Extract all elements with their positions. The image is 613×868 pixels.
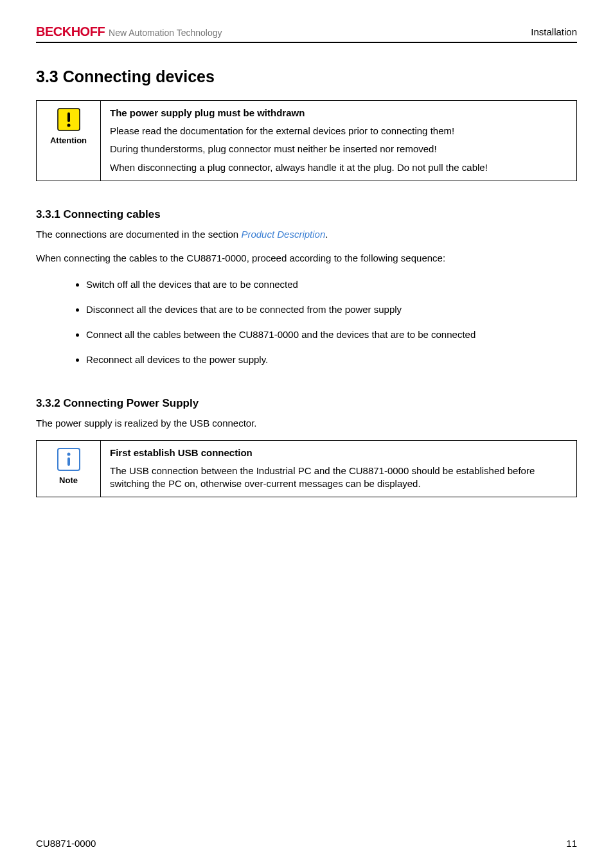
footer-page-number: 11 xyxy=(566,838,577,849)
brand-tagline: New Automation Technology xyxy=(109,28,222,38)
header-section-label: Installation xyxy=(531,26,577,37)
attention-p2: During thunderstorms, plug connector mus… xyxy=(110,143,567,155)
svg-point-4 xyxy=(67,452,70,456)
note-body: First establish USB connection The USB c… xyxy=(101,441,576,497)
list-item: Disconnect all the devices that are to b… xyxy=(86,303,577,316)
attention-p3: When disconnecting a plug connector, alw… xyxy=(110,161,567,174)
footer-left: CU8871-0000 xyxy=(36,838,96,849)
note-callout: Note First establish USB connection The … xyxy=(36,440,577,498)
note-label: Note xyxy=(59,475,78,485)
header-divider xyxy=(36,42,577,43)
svg-rect-1 xyxy=(67,112,70,122)
svg-rect-5 xyxy=(67,457,70,466)
note-head: First establish USB connection xyxy=(110,447,567,458)
sub1-intro-pre: The connections are documented in the se… xyxy=(36,229,241,240)
note-left: Note xyxy=(37,441,101,497)
footer: CU8871-0000 11 xyxy=(36,838,577,868)
sub1-intro: The connections are documented in the se… xyxy=(36,227,577,241)
page: BECKHOFF New Automation Technology Insta… xyxy=(0,0,613,868)
attention-p1: Please read the documentation for the ex… xyxy=(110,125,567,137)
sub1-bullets: Switch off all the devices that are to b… xyxy=(36,278,577,378)
attention-icon xyxy=(57,107,81,132)
info-icon xyxy=(57,447,81,472)
attention-head: The power supply plug must be withdrawn xyxy=(110,107,567,118)
attention-label: Attention xyxy=(50,136,87,145)
header: BECKHOFF New Automation Technology Insta… xyxy=(36,24,577,42)
attention-left: Attention xyxy=(37,101,101,181)
svg-point-2 xyxy=(67,124,70,127)
sub1-title: 3.3.1 Connecting cables xyxy=(36,208,577,221)
attention-body: The power supply plug must be withdrawn … xyxy=(101,101,576,181)
sub2-title: 3.3.2 Connecting Power Supply xyxy=(36,397,577,410)
brand-logo: BECKHOFF xyxy=(36,24,105,39)
section-title: 3.3 Connecting devices xyxy=(36,67,577,86)
list-item: Reconnect all devices to the power suppl… xyxy=(86,353,577,366)
sub1-intro-post: . xyxy=(325,229,328,240)
brand: BECKHOFF New Automation Technology xyxy=(36,24,222,39)
product-description-link[interactable]: Product Description xyxy=(241,229,325,240)
attention-callout: Attention The power supply plug must be … xyxy=(36,100,577,181)
sub2-intro: The power supply is realized by the USB … xyxy=(36,416,577,430)
list-item: Connect all the cables between the CU887… xyxy=(86,328,577,341)
note-p1: The USB connection between the Industria… xyxy=(110,465,567,491)
list-item: Switch off all the devices that are to b… xyxy=(86,278,577,291)
sub1-p2: When connecting the cables to the CU8871… xyxy=(36,251,577,265)
